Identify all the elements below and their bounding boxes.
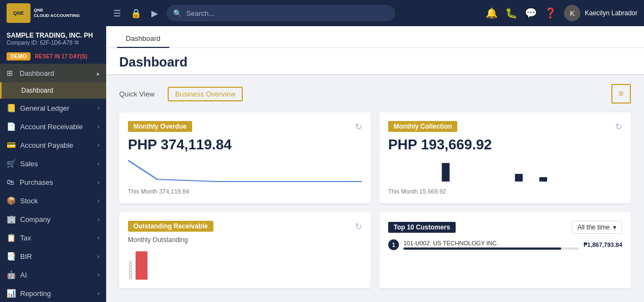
account-payable-icon: 💳: [7, 141, 16, 149]
customer-bar-wrap: [403, 247, 579, 250]
help-icon[interactable]: ❓: [544, 7, 556, 19]
sidebar-item-stock-label: Stock: [20, 197, 38, 205]
page-title: Dashboard: [119, 55, 631, 70]
chat-icon[interactable]: 💬: [525, 7, 537, 19]
monthly-collection-value: PHP 193,669.92: [388, 136, 622, 153]
sidebar-item-bir[interactable]: 📑 BIR ›: [0, 247, 106, 265]
customer-rank: 1: [388, 239, 399, 250]
sidebar-item-ai[interactable]: 🤖 AI ›: [0, 265, 106, 284]
company-id: Company ID: 62F-1D6-A79 ⧉: [7, 39, 100, 46]
logo-text: QNE CLOUD ACCOUNTING: [34, 8, 80, 18]
svg-rect-0: [442, 163, 450, 182]
user-name: Kaecilyn Labrador: [585, 9, 637, 17]
chevron-up-icon: ▴: [96, 70, 100, 77]
chevron-right-icon-7: ›: [97, 216, 100, 222]
sidebar-item-reporting-label: Reporting: [20, 289, 51, 298]
sidebar-item-reporting[interactable]: 📊 Reporting ›: [0, 284, 106, 302]
search-bar[interactable]: 🔍: [167, 5, 395, 21]
sidebar-item-dashboard[interactable]: Dashboard: [0, 82, 106, 99]
stock-icon: 📦: [7, 196, 16, 205]
overdue-chart: [128, 158, 362, 185]
bug-icon[interactable]: 🐛: [505, 7, 517, 19]
chevron-right-icon-6: ›: [97, 197, 100, 204]
sidebar-item-account-receivable[interactable]: 📄 Account Receivable ›: [0, 117, 106, 136]
outstanding-subtitle: Monthly Outstanding: [128, 236, 362, 244]
company-name: SAMPLE TRADING, INC. PH: [7, 32, 100, 39]
monthly-collection-card: Monthly Collection ↻ PHP 193,669.92 This…: [379, 112, 631, 203]
copy-icon[interactable]: ⧉: [75, 39, 78, 46]
sidebar-item-dashboard-parent[interactable]: ⊞ Dashboard ▴: [0, 64, 106, 82]
nav-icons: ☰ 🔒 ▶: [113, 8, 158, 19]
dashboard-content: Quick View Business Overview ≡ Monthly O…: [106, 75, 644, 302]
chevron-right-icon-4: ›: [97, 160, 100, 167]
chevron-right-icon-8: ›: [97, 234, 100, 241]
chevron-down-icon: ▾: [613, 224, 616, 231]
sidebar-item-sales[interactable]: 🛒 Sales ›: [0, 154, 106, 173]
customer-info: 101-U002: US TECHNOLOGY INC.: [403, 240, 579, 250]
search-input[interactable]: [186, 9, 389, 17]
avatar: K: [564, 5, 580, 21]
tab-dashboard[interactable]: Dashboard: [117, 30, 169, 48]
sidebar-item-tax[interactable]: 📋 Tax ›: [0, 228, 106, 247]
dashboard-parent-icon: ⊞: [7, 69, 15, 77]
customer-row: 1 101-U002: US TECHNOLOGY INC. ₱1,867,79…: [388, 239, 622, 250]
top-customers-header: Top 10 Customers All the time ▾: [388, 221, 622, 234]
customer-bar: [403, 247, 561, 250]
logo-area: QNE QNE CLOUD ACCOUNTING: [7, 3, 105, 23]
company-icon: 🏢: [7, 215, 16, 224]
outstanding-receivable-label: Outstanding Receivable: [128, 221, 213, 232]
demo-badge: DEMO: [7, 52, 30, 61]
view-switcher: Quick View Business Overview ≡: [119, 84, 631, 104]
page-header: Dashboard: [106, 48, 644, 75]
refresh-collection-icon[interactable]: ↻: [615, 122, 622, 132]
general-ledger-icon: 📒: [7, 104, 16, 112]
tab-quick-view[interactable]: Quick View: [119, 88, 155, 100]
chevron-right-icon-9: ›: [97, 253, 100, 259]
monthly-overdue-label: Monthly Overdue: [128, 121, 192, 132]
search-icon: 🔍: [173, 9, 182, 17]
main-layout: SAMPLE TRADING, INC. PH Company ID: 62F-…: [0, 26, 644, 302]
outstanding-receivable-header: Outstanding Receivable ↻: [128, 221, 362, 232]
outstanding-receivable-card: Outstanding Receivable ↻ Monthly Outstan…: [119, 212, 371, 288]
chevron-right-icon-11: ›: [97, 290, 100, 297]
sidebar-item-bir-label: BIR: [20, 252, 32, 261]
sidebar-item-company[interactable]: 🏢 Company ›: [0, 210, 106, 228]
lock-icon[interactable]: 🔒: [131, 8, 142, 19]
sidebar-item-stock[interactable]: 📦 Stock ›: [0, 191, 106, 210]
svg-rect-2: [539, 177, 547, 182]
sidebar-item-account-payable-label: Account Payable: [20, 141, 73, 149]
sidebar-item-account-payable[interactable]: 💳 Account Payable ›: [0, 136, 106, 154]
sidebar-item-dashboard-label: Dashboard: [21, 87, 53, 94]
sidebar-item-purchases-label: Purchases: [20, 178, 53, 186]
chevron-right-icon-5: ›: [97, 179, 100, 185]
top-customers-label: Top 10 Customers: [388, 222, 456, 233]
play-icon[interactable]: ▶: [151, 8, 158, 19]
sidebar-item-company-label: Company: [20, 215, 51, 224]
refresh-overdue-icon[interactable]: ↻: [355, 122, 362, 132]
outstanding-chart: 5000000: [128, 247, 362, 280]
outstanding-bar: [136, 251, 148, 280]
sidebar-item-general-ledger[interactable]: 📒 General Ledger ›: [0, 99, 106, 117]
hamburger-button[interactable]: ≡: [611, 84, 631, 104]
right-icons: 🔔 🐛 💬 ❓ K Kaecilyn Labrador: [486, 5, 637, 21]
company-info: SAMPLE TRADING, INC. PH Company ID: 62F-…: [0, 26, 106, 49]
ai-icon: 🤖: [7, 270, 16, 279]
sidebar-item-ai-label: AI: [20, 271, 27, 279]
top-nav: QNE QNE CLOUD ACCOUNTING ☰ 🔒 ▶ 🔍 🔔 🐛 💬 ❓…: [0, 0, 644, 26]
menu-icon[interactable]: ☰: [113, 8, 121, 19]
content-area: Dashboard Dashboard Quick View Business …: [106, 26, 644, 302]
demo-bar: DEMO RESET IN 17 DAY(S): [0, 49, 106, 64]
purchases-icon: 🛍: [7, 178, 15, 186]
bar-y-label: 5000000: [128, 247, 133, 280]
svg-rect-1: [515, 174, 523, 182]
sidebar-item-purchases[interactable]: 🛍 Purchases ›: [0, 173, 106, 191]
bell-icon[interactable]: 🔔: [486, 7, 498, 19]
sidebar-item-general-ledger-label: General Ledger: [20, 104, 69, 112]
time-filter-dropdown[interactable]: All the time ▾: [572, 221, 622, 234]
refresh-outstanding-icon[interactable]: ↻: [355, 221, 362, 232]
monthly-collection-footer: This Month 15,669.92: [388, 188, 622, 195]
filter-value: All the time: [578, 224, 610, 231]
tab-business-overview[interactable]: Business Overview: [168, 87, 243, 101]
user-area[interactable]: K Kaecilyn Labrador: [564, 5, 637, 21]
customer-amount: ₱1,867,793.84: [584, 241, 622, 249]
